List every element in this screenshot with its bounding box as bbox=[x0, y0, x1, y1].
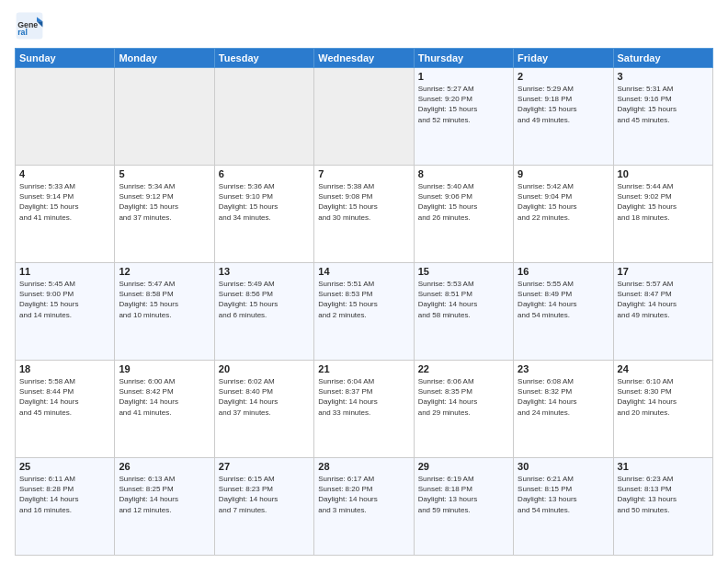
calendar-cell: 10Sunrise: 5:44 AM Sunset: 9:02 PM Dayli… bbox=[613, 166, 712, 263]
day-number: 4 bbox=[19, 168, 110, 179]
day-info: Sunrise: 5:29 AM Sunset: 9:18 PM Dayligh… bbox=[518, 84, 609, 125]
day-info: Sunrise: 5:34 AM Sunset: 9:12 PM Dayligh… bbox=[119, 181, 210, 223]
day-number: 28 bbox=[318, 461, 409, 472]
day-info: Sunrise: 5:51 AM Sunset: 8:53 PM Dayligh… bbox=[318, 279, 409, 320]
calendar-cell: 6Sunrise: 5:36 AM Sunset: 9:10 PM Daylig… bbox=[214, 166, 313, 263]
calendar-cell bbox=[314, 68, 414, 166]
calendar-cell: 30Sunrise: 6:21 AM Sunset: 8:15 PM Dayli… bbox=[514, 458, 613, 556]
calendar-cell: 29Sunrise: 6:19 AM Sunset: 8:18 PM Dayli… bbox=[414, 458, 513, 556]
day-number: 8 bbox=[418, 168, 509, 179]
weekday-header-wednesday: Wednesday bbox=[314, 49, 414, 68]
calendar-cell: 15Sunrise: 5:53 AM Sunset: 8:51 PM Dayli… bbox=[414, 263, 513, 361]
day-info: Sunrise: 6:15 AM Sunset: 8:23 PM Dayligh… bbox=[219, 474, 310, 515]
weekday-header-monday: Monday bbox=[115, 49, 214, 68]
day-number: 15 bbox=[418, 266, 509, 277]
day-number: 16 bbox=[518, 266, 609, 277]
day-info: Sunrise: 5:47 AM Sunset: 8:58 PM Dayligh… bbox=[119, 279, 210, 320]
day-number: 22 bbox=[418, 363, 509, 374]
calendar-cell: 24Sunrise: 6:10 AM Sunset: 8:30 PM Dayli… bbox=[613, 361, 712, 458]
day-number: 14 bbox=[318, 266, 409, 277]
calendar-cell bbox=[214, 68, 313, 166]
page: Gene ral SundayMondayTuesdayWednesdayThu… bbox=[0, 0, 728, 563]
day-number: 29 bbox=[418, 461, 509, 472]
day-number: 23 bbox=[518, 363, 609, 374]
weekday-row: SundayMondayTuesdayWednesdayThursdayFrid… bbox=[16, 49, 713, 68]
calendar-cell: 17Sunrise: 5:57 AM Sunset: 8:47 PM Dayli… bbox=[613, 263, 712, 361]
calendar-cell: 12Sunrise: 5:47 AM Sunset: 8:58 PM Dayli… bbox=[115, 263, 214, 361]
calendar-cell: 13Sunrise: 5:49 AM Sunset: 8:56 PM Dayli… bbox=[214, 263, 313, 361]
calendar-cell: 9Sunrise: 5:42 AM Sunset: 9:04 PM Daylig… bbox=[514, 166, 613, 263]
weekday-header-thursday: Thursday bbox=[414, 49, 513, 68]
calendar-cell: 25Sunrise: 6:11 AM Sunset: 8:28 PM Dayli… bbox=[16, 458, 115, 556]
calendar-cell: 18Sunrise: 5:58 AM Sunset: 8:44 PM Dayli… bbox=[16, 361, 115, 458]
day-info: Sunrise: 5:44 AM Sunset: 9:02 PM Dayligh… bbox=[618, 181, 709, 223]
day-number: 6 bbox=[219, 168, 310, 179]
day-number: 7 bbox=[318, 168, 409, 179]
day-info: Sunrise: 6:02 AM Sunset: 8:40 PM Dayligh… bbox=[219, 376, 310, 418]
day-number: 2 bbox=[518, 71, 609, 82]
day-info: Sunrise: 5:42 AM Sunset: 9:04 PM Dayligh… bbox=[518, 181, 609, 223]
calendar-week-row: 18Sunrise: 5:58 AM Sunset: 8:44 PM Dayli… bbox=[16, 361, 713, 458]
day-number: 27 bbox=[219, 461, 310, 472]
calendar-table: SundayMondayTuesdayWednesdayThursdayFrid… bbox=[15, 48, 713, 556]
calendar-cell: 1Sunrise: 5:27 AM Sunset: 9:20 PM Daylig… bbox=[414, 68, 513, 166]
calendar-week-row: 11Sunrise: 5:45 AM Sunset: 9:00 PM Dayli… bbox=[16, 263, 713, 361]
day-number: 12 bbox=[119, 266, 210, 277]
day-info: Sunrise: 6:08 AM Sunset: 8:32 PM Dayligh… bbox=[518, 376, 609, 418]
day-number: 3 bbox=[618, 71, 709, 82]
calendar-body: 1Sunrise: 5:27 AM Sunset: 9:20 PM Daylig… bbox=[16, 68, 713, 556]
day-number: 17 bbox=[618, 266, 709, 277]
day-number: 10 bbox=[618, 168, 709, 179]
svg-text:ral: ral bbox=[17, 28, 28, 37]
calendar-week-row: 25Sunrise: 6:11 AM Sunset: 8:28 PM Dayli… bbox=[16, 458, 713, 556]
day-number: 9 bbox=[518, 168, 609, 179]
day-info: Sunrise: 6:06 AM Sunset: 8:35 PM Dayligh… bbox=[418, 376, 509, 418]
day-number: 21 bbox=[318, 363, 409, 374]
calendar-week-row: 1Sunrise: 5:27 AM Sunset: 9:20 PM Daylig… bbox=[16, 68, 713, 166]
calendar-cell bbox=[115, 68, 214, 166]
weekday-header-tuesday: Tuesday bbox=[214, 49, 313, 68]
calendar-cell: 11Sunrise: 5:45 AM Sunset: 9:00 PM Dayli… bbox=[16, 263, 115, 361]
calendar-cell: 23Sunrise: 6:08 AM Sunset: 8:32 PM Dayli… bbox=[514, 361, 613, 458]
day-info: Sunrise: 6:17 AM Sunset: 8:20 PM Dayligh… bbox=[318, 474, 409, 515]
day-number: 25 bbox=[19, 461, 110, 472]
day-info: Sunrise: 6:13 AM Sunset: 8:25 PM Dayligh… bbox=[119, 474, 210, 515]
calendar-cell: 28Sunrise: 6:17 AM Sunset: 8:20 PM Dayli… bbox=[314, 458, 414, 556]
day-number: 26 bbox=[119, 461, 210, 472]
logo-icon: Gene ral bbox=[15, 11, 44, 40]
day-number: 11 bbox=[19, 266, 110, 277]
calendar-cell: 3Sunrise: 5:31 AM Sunset: 9:16 PM Daylig… bbox=[613, 68, 712, 166]
day-info: Sunrise: 5:55 AM Sunset: 8:49 PM Dayligh… bbox=[518, 279, 609, 320]
weekday-header-sunday: Sunday bbox=[16, 49, 115, 68]
day-info: Sunrise: 5:49 AM Sunset: 8:56 PM Dayligh… bbox=[219, 279, 310, 320]
day-number: 19 bbox=[119, 363, 210, 374]
day-number: 20 bbox=[219, 363, 310, 374]
header: Gene ral bbox=[15, 11, 713, 40]
calendar-cell: 20Sunrise: 6:02 AM Sunset: 8:40 PM Dayli… bbox=[214, 361, 313, 458]
day-number: 1 bbox=[418, 71, 509, 82]
day-info: Sunrise: 6:23 AM Sunset: 8:13 PM Dayligh… bbox=[618, 474, 709, 515]
calendar-cell: 16Sunrise: 5:55 AM Sunset: 8:49 PM Dayli… bbox=[514, 263, 613, 361]
calendar-cell: 8Sunrise: 5:40 AM Sunset: 9:06 PM Daylig… bbox=[414, 166, 513, 263]
day-number: 5 bbox=[119, 168, 210, 179]
day-number: 18 bbox=[19, 363, 110, 374]
day-info: Sunrise: 6:00 AM Sunset: 8:42 PM Dayligh… bbox=[119, 376, 210, 418]
day-info: Sunrise: 6:04 AM Sunset: 8:37 PM Dayligh… bbox=[318, 376, 409, 418]
day-info: Sunrise: 5:53 AM Sunset: 8:51 PM Dayligh… bbox=[418, 279, 509, 320]
day-number: 31 bbox=[618, 461, 709, 472]
calendar-cell: 7Sunrise: 5:38 AM Sunset: 9:08 PM Daylig… bbox=[314, 166, 414, 263]
day-info: Sunrise: 5:31 AM Sunset: 9:16 PM Dayligh… bbox=[618, 84, 709, 125]
day-info: Sunrise: 5:36 AM Sunset: 9:10 PM Dayligh… bbox=[219, 181, 310, 223]
calendar-cell: 14Sunrise: 5:51 AM Sunset: 8:53 PM Dayli… bbox=[314, 263, 414, 361]
day-info: Sunrise: 5:27 AM Sunset: 9:20 PM Dayligh… bbox=[418, 84, 509, 125]
calendar-cell: 2Sunrise: 5:29 AM Sunset: 9:18 PM Daylig… bbox=[514, 68, 613, 166]
day-info: Sunrise: 6:11 AM Sunset: 8:28 PM Dayligh… bbox=[19, 474, 110, 515]
calendar-cell: 27Sunrise: 6:15 AM Sunset: 8:23 PM Dayli… bbox=[214, 458, 313, 556]
day-info: Sunrise: 6:19 AM Sunset: 8:18 PM Dayligh… bbox=[418, 474, 509, 515]
calendar-cell: 31Sunrise: 6:23 AM Sunset: 8:13 PM Dayli… bbox=[613, 458, 712, 556]
weekday-header-friday: Friday bbox=[514, 49, 613, 68]
day-info: Sunrise: 5:33 AM Sunset: 9:14 PM Dayligh… bbox=[19, 181, 110, 223]
day-number: 30 bbox=[518, 461, 609, 472]
calendar-cell: 22Sunrise: 6:06 AM Sunset: 8:35 PM Dayli… bbox=[414, 361, 513, 458]
calendar-week-row: 4Sunrise: 5:33 AM Sunset: 9:14 PM Daylig… bbox=[16, 166, 713, 263]
